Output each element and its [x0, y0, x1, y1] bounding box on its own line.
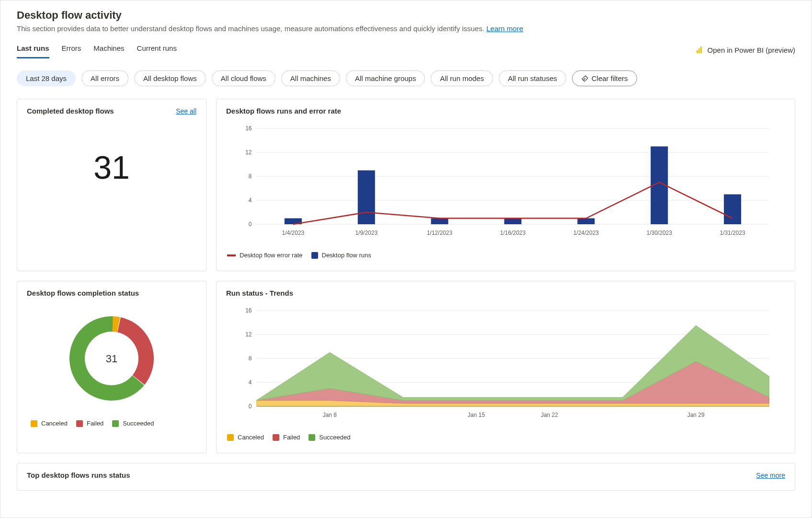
svg-rect-17 — [577, 219, 595, 225]
card-top-title: Top desktop flows runs status — [27, 471, 130, 479]
power-bi-icon — [696, 46, 704, 54]
trends-canceled-label: Canceled — [238, 434, 264, 441]
see-more-link[interactable]: See more — [756, 472, 785, 479]
svg-text:0: 0 — [249, 403, 252, 410]
svg-text:1/31/2023: 1/31/2023 — [720, 230, 745, 236]
svg-text:1/4/2023: 1/4/2023 — [282, 230, 305, 236]
legend-succeeded-label: Succeeded — [123, 420, 154, 427]
page-title: Desktop flow activity — [17, 9, 795, 22]
tabs: Last runs Errors Machines Current runs — [17, 41, 177, 58]
open-in-power-bi-button[interactable]: Open in Power BI (preview) — [696, 46, 795, 54]
card-completion-status: Desktop flows completion status 31 Cance… — [17, 281, 206, 453]
svg-text:12: 12 — [245, 331, 252, 338]
runs-error-chart: 04812161/4/20231/9/20231/12/20231/16/202… — [227, 124, 784, 239]
trends-chart: 0481216Jan 8Jan 15Jan 22Jan 29 — [227, 306, 784, 421]
svg-rect-1 — [698, 48, 700, 53]
filter-chip-machine-groups[interactable]: All machine groups — [346, 70, 425, 86]
tab-current-runs[interactable]: Current runs — [137, 41, 177, 58]
legend-runs-label: Desktop flow runs — [322, 252, 371, 259]
legend-flow-runs: Desktop flow runs — [311, 252, 371, 259]
page-subtitle-text: This section provides data to better und… — [17, 24, 486, 33]
svg-text:16: 16 — [245, 125, 252, 132]
trends-canceled-swatch — [227, 434, 234, 441]
svg-rect-0 — [697, 50, 698, 53]
open-in-power-bi-label: Open in Power BI (preview) — [708, 46, 795, 54]
svg-text:1/16/2023: 1/16/2023 — [500, 230, 526, 236]
card-top-flows-status: Top desktop flows runs status See more — [17, 463, 795, 491]
filter-chip-errors[interactable]: All errors — [81, 70, 128, 86]
page-subtitle: This section provides data to better und… — [17, 24, 795, 33]
succeeded-swatch — [112, 420, 119, 427]
trends-legend-succeeded: Succeeded — [309, 434, 350, 441]
filter-chip-date-range[interactable]: Last 28 days — [17, 70, 76, 86]
svg-rect-16 — [504, 219, 522, 225]
legend-succeeded: Succeeded — [112, 420, 154, 427]
svg-text:1/12/2023: 1/12/2023 — [427, 230, 453, 236]
svg-text:4: 4 — [249, 379, 252, 386]
card-completion-title: Desktop flows completion status — [27, 289, 139, 297]
learn-more-link[interactable]: Learn more — [486, 24, 523, 33]
error-rate-swatch — [227, 254, 236, 256]
filter-chip-desktop-flows[interactable]: All desktop flows — [134, 70, 206, 86]
svg-text:1/30/2023: 1/30/2023 — [647, 230, 673, 236]
legend-failed-label: Failed — [87, 420, 103, 427]
card-run-status-trends: Run status - Trends 0481216Jan 8Jan 15Ja… — [216, 281, 795, 453]
trends-legend-failed: Failed — [273, 434, 300, 441]
tabs-row: Last runs Errors Machines Current runs O… — [17, 41, 795, 59]
svg-rect-19 — [724, 195, 741, 225]
tab-machines[interactable]: Machines — [93, 41, 124, 58]
svg-text:16: 16 — [245, 307, 252, 314]
svg-text:1/24/2023: 1/24/2023 — [573, 230, 599, 236]
svg-rect-2 — [700, 46, 702, 53]
legend-error-label: Desktop flow error rate — [240, 252, 303, 259]
card-completed-flows: Completed desktop flows See all 31 — [17, 99, 206, 271]
svg-rect-14 — [358, 171, 375, 225]
svg-text:12: 12 — [245, 149, 252, 156]
svg-text:1/9/2023: 1/9/2023 — [355, 230, 377, 236]
trends-failed-label: Failed — [283, 434, 300, 441]
legend-canceled-label: Canceled — [41, 420, 68, 427]
svg-text:Jan 22: Jan 22 — [541, 412, 558, 418]
svg-text:Jan 8: Jan 8 — [323, 412, 337, 418]
svg-text:Jan 15: Jan 15 — [468, 412, 485, 418]
eraser-icon — [581, 75, 589, 82]
trends-succeeded-swatch — [309, 434, 315, 441]
tab-errors[interactable]: Errors — [62, 41, 81, 58]
tab-last-runs[interactable]: Last runs — [17, 41, 49, 58]
svg-text:4: 4 — [249, 197, 252, 204]
svg-rect-15 — [431, 219, 448, 225]
legend-error-rate: Desktop flow error rate — [227, 252, 303, 259]
completion-status-donut: 31 — [59, 306, 164, 411]
svg-text:0: 0 — [249, 221, 252, 228]
svg-text:31: 31 — [106, 353, 117, 365]
trends-failed-swatch — [273, 434, 279, 441]
filter-chip-cloud-flows[interactable]: All cloud flows — [212, 70, 275, 86]
clear-filters-label: Clear filters — [592, 74, 628, 82]
filter-chip-run-statuses[interactable]: All run statuses — [499, 70, 566, 86]
filter-chip-machines[interactable]: All machines — [281, 70, 340, 86]
flow-runs-swatch — [311, 252, 318, 259]
svg-text:8: 8 — [249, 355, 252, 362]
card-runs-error-rate: Desktop flows runs and error rate 048121… — [216, 99, 795, 271]
see-all-link[interactable]: See all — [176, 107, 196, 115]
legend-failed: Failed — [76, 420, 103, 427]
card-runs-error-title: Desktop flows runs and error rate — [226, 107, 341, 115]
clear-filters-button[interactable]: Clear filters — [572, 70, 637, 86]
filters-row: Last 28 days All errors All desktop flow… — [17, 70, 795, 86]
svg-text:8: 8 — [249, 173, 252, 180]
canceled-swatch — [31, 420, 37, 427]
failed-swatch — [76, 420, 83, 427]
legend-canceled: Canceled — [31, 420, 68, 427]
svg-text:Jan 29: Jan 29 — [687, 412, 705, 418]
completed-flows-value: 31 — [17, 120, 206, 224]
trends-succeeded-label: Succeeded — [319, 434, 350, 441]
filter-chip-run-modes[interactable]: All run modes — [431, 70, 493, 86]
card-completed-title: Completed desktop flows — [27, 107, 114, 115]
card-trends-title: Run status - Trends — [226, 289, 293, 297]
trends-legend-canceled: Canceled — [227, 434, 264, 441]
